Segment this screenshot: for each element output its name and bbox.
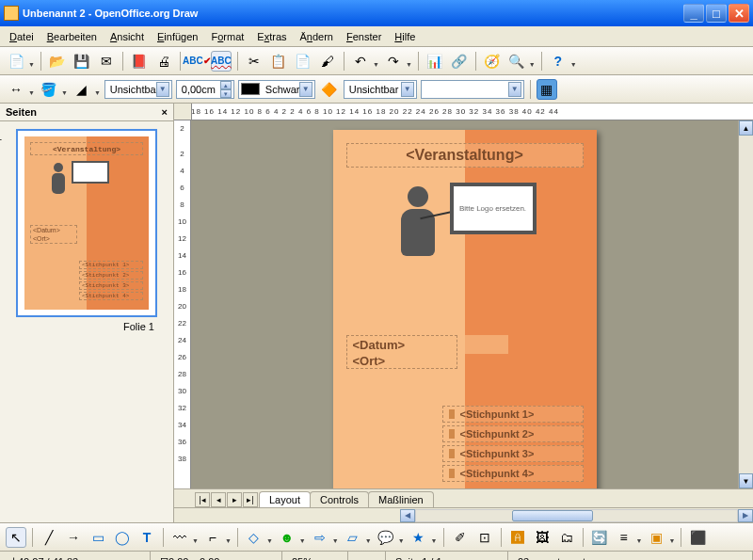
basic-shapes-tool[interactable]: ◇	[244, 527, 264, 548]
slide-label: Folie 1	[8, 317, 166, 332]
extrusion-tool[interactable]: ⬛	[687, 527, 708, 548]
arrow-tool[interactable]: →	[63, 527, 84, 548]
close-button[interactable]: ✕	[729, 4, 749, 23]
curve-tool[interactable]: 〰	[169, 527, 190, 548]
menu-view[interactable]: Ansicht	[104, 29, 150, 44]
scrollbar-v-track[interactable]	[739, 136, 753, 473]
save-button[interactable]: 💾	[72, 51, 92, 72]
zoom-dropdown[interactable]: ▼	[529, 54, 536, 68]
tab-nav-next[interactable]: ▸	[227, 492, 242, 507]
tab-layout[interactable]: Layout	[259, 491, 311, 507]
minimize-button[interactable]: _	[683, 4, 704, 23]
tab-controls[interactable]: Controls	[310, 491, 369, 507]
from-file-tool[interactable]: 🖼	[532, 527, 553, 548]
placeholder-date[interactable]: <Datum><Ort>	[346, 335, 457, 369]
callouts-tool[interactable]: 💬	[376, 527, 396, 548]
slide-thumbnail[interactable]: <Veranstaltung> <Datum><Ort> <Stichpunkt…	[16, 129, 157, 317]
shadow-button[interactable]: ▦	[537, 79, 557, 100]
paint-bucket-icon[interactable]: 🪣	[39, 79, 59, 100]
scroll-up-button[interactable]: ▲	[739, 120, 753, 136]
status-pos: ⊹ 40,07 / 41,83	[0, 552, 151, 560]
menu-window[interactable]: Fenster	[341, 29, 387, 44]
document-page[interactable]: <Veranstaltung> Bitte Logo ersetzen. <Da…	[333, 130, 597, 488]
line-color-combo[interactable]: Schwarz▼	[238, 80, 315, 99]
rectangle-tool[interactable]: ▭	[88, 527, 108, 548]
new-doc-dropdown[interactable]: ▼	[28, 54, 35, 68]
format-paint-button[interactable]: 🖌	[317, 51, 338, 72]
scroll-left-button[interactable]: ◀	[400, 509, 415, 522]
placeholder-title[interactable]: <Veranstaltung>	[346, 143, 584, 168]
status-zoom[interactable]: 25%	[282, 552, 348, 560]
line-tool[interactable]: ╱	[39, 527, 59, 548]
tab-nav-prev[interactable]: ◂	[211, 492, 226, 507]
tab-nav-last[interactable]: ▸|	[243, 492, 258, 507]
menu-tools[interactable]: Extras	[251, 29, 292, 44]
align-tool[interactable]: ≡	[614, 527, 634, 548]
menu-edit[interactable]: Bearbeiten	[41, 29, 103, 44]
placeholder-box[interactable]	[461, 335, 508, 354]
edit-points-tool[interactable]: ✐	[450, 527, 471, 548]
placeholder-bullets[interactable]: <Stichpunkt 1> <Stichpunkt 2> <Stichpunk…	[442, 406, 584, 485]
rotate-tool[interactable]: 🔄	[589, 527, 610, 548]
open-button[interactable]: 📂	[47, 51, 68, 72]
tab-nav-first[interactable]: |◂	[195, 492, 210, 507]
print-button[interactable]: 🖨	[153, 51, 174, 72]
menu-insert[interactable]: Einfügen	[152, 29, 203, 44]
scrollbar-h-thumb[interactable]	[512, 510, 592, 521]
arrow-style-button[interactable]: ↔	[6, 79, 26, 100]
flowchart-tool[interactable]: ▱	[343, 527, 363, 548]
line-style-combo[interactable]: Unsichtbar▼	[104, 80, 172, 99]
email-button[interactable]: ✉	[96, 51, 117, 72]
copy-button[interactable]: 📋	[268, 51, 289, 72]
paste-button[interactable]: 📄	[293, 51, 313, 72]
fill-value-combo[interactable]: ▼	[421, 80, 524, 99]
text-tool[interactable]: T	[136, 527, 157, 548]
arrange-tool[interactable]: ▣	[646, 527, 666, 548]
fontwork-tool[interactable]: 🅰	[507, 527, 528, 548]
gallery-tool[interactable]: 🗂	[556, 527, 577, 548]
new-doc-button[interactable]: 📄	[6, 51, 26, 72]
placeholder-logo-board[interactable]: Bitte Logo ersetzen.	[450, 183, 537, 234]
chart-button[interactable]: 📊	[425, 51, 445, 72]
scroll-down-button[interactable]: ▼	[739, 473, 753, 488]
panel-close-icon[interactable]: ×	[162, 106, 168, 118]
redo-button[interactable]: ↷	[383, 51, 404, 72]
stars-tool[interactable]: ★	[409, 527, 429, 548]
area-fill-button[interactable]: 🔶	[319, 79, 340, 100]
canvas-scroll[interactable]: <Veranstaltung> Bitte Logo ersetzen. <Da…	[191, 120, 738, 488]
cut-button[interactable]: ✂	[244, 51, 264, 72]
help-button[interactable]: ?	[548, 51, 569, 72]
symbol-shapes-tool[interactable]: ☻	[277, 527, 297, 548]
glue-points-tool[interactable]: ⊡	[474, 527, 495, 548]
undo-dropdown[interactable]: ▼	[373, 54, 379, 68]
select-tool[interactable]: ↖	[6, 527, 26, 548]
scroll-right-button[interactable]: ▶	[738, 509, 753, 522]
navigator-button[interactable]: 🧭	[482, 51, 503, 72]
person-figure-icon[interactable]	[399, 186, 437, 271]
spellcheck-button[interactable]: ABC✔	[186, 51, 207, 72]
ellipse-tool[interactable]: ◯	[112, 527, 133, 548]
menu-file[interactable]: Datei	[4, 29, 40, 44]
undo-button[interactable]: ↶	[350, 51, 371, 72]
ruler-vertical[interactable]: 22468101214161820222426283032343638	[174, 120, 191, 488]
thumb-board	[72, 161, 109, 184]
fill-style-combo[interactable]: Unsichtbar▼	[344, 80, 417, 99]
tab-dimlines[interactable]: Maßlinien	[368, 491, 434, 507]
status-size: ⊡ 0,00 x 0,00	[151, 552, 282, 560]
hyperlink-button[interactable]: 🔗	[449, 51, 470, 72]
help-dropdown[interactable]: ▼	[570, 54, 577, 68]
menu-help[interactable]: Hilfe	[389, 29, 421, 44]
autospell-button[interactable]: ABC	[211, 51, 232, 72]
line-end-button[interactable]: ◢	[72, 79, 92, 100]
redo-dropdown[interactable]: ▼	[406, 54, 412, 68]
scrollbar-h-track[interactable]	[415, 509, 738, 522]
maximize-button[interactable]: □	[706, 4, 727, 23]
export-pdf-button[interactable]: 📕	[129, 51, 150, 72]
zoom-button[interactable]: 🔍	[506, 51, 527, 72]
line-width-combo[interactable]: 0,00cm▴▾	[176, 80, 234, 99]
connector-tool[interactable]: ⌐	[202, 527, 223, 548]
ruler-horizontal[interactable]: 18 16 14 12 10 8 6 4 2 2 4 6 8 10 12 14 …	[174, 104, 753, 120]
menu-modify[interactable]: Ändern	[295, 29, 340, 44]
block-arrows-tool[interactable]: ⇨	[310, 527, 330, 548]
menu-format[interactable]: Format	[205, 29, 249, 44]
